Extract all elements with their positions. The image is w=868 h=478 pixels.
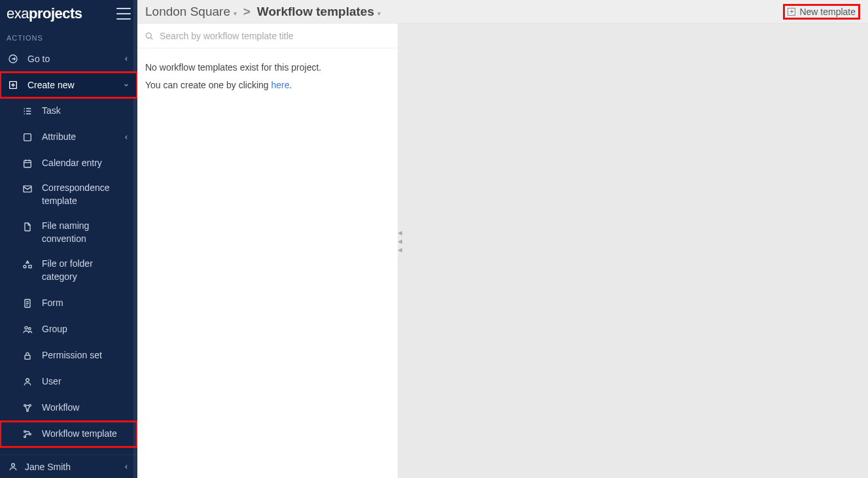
person-icon [8,462,18,472]
workflow-template-icon [22,429,33,439]
subnav-group[interactable]: Group [0,316,137,343]
breadcrumb-page[interactable]: Workflow templates ▾ [257,5,381,19]
caret-down-icon: ▾ [375,10,381,17]
form-icon [22,298,33,309]
mail-icon [22,184,33,194]
subnav-label: Calendar entry [42,157,102,170]
file-icon [22,222,33,232]
chevron-left-icon [123,56,130,62]
svg-rect-2 [24,134,31,141]
subnav-attribute[interactable]: Attribute [0,124,137,150]
svg-point-7 [29,328,31,330]
caret-down-icon: ▾ [232,10,237,17]
subnav-label: Form [42,297,63,310]
empty-state: No workflow templates exist for this pro… [137,48,398,104]
svg-point-11 [29,405,31,407]
svg-point-15 [24,436,26,438]
subnav-form[interactable]: Form [0,290,137,316]
svg-point-16 [12,464,15,467]
svg-point-9 [26,379,29,382]
chevron-left-icon [123,462,130,472]
svg-point-12 [27,410,29,412]
subnav-task[interactable]: Task [0,98,137,124]
detail-panel: ◀ ◀ ◀ [398,24,868,478]
breadcrumb: London Square ▾ > Workflow templates ▾ [145,5,381,19]
breadcrumb-separator: > [243,5,251,19]
sidebar-section-label: ACTIONS [0,29,137,46]
svg-rect-8 [25,355,30,359]
sidebar-goto[interactable]: Go to [0,46,137,72]
task-icon [22,106,33,116]
subnav-label: File or folder category [42,258,127,283]
sidebar-create-new[interactable]: Create new [0,72,137,98]
sidebar-goto-label: Go to [27,54,50,64]
subnav-file-naming[interactable]: File naming convention [0,214,137,252]
subnav-calendar-entry[interactable]: Calendar entry [0,150,137,177]
sidebar-user-name: Jane Smith [25,462,71,472]
subnav-file-category[interactable]: File or folder category [0,252,137,290]
lock-icon [22,350,33,361]
subnav-permission-set[interactable]: Permission set [0,343,137,369]
svg-point-6 [25,326,27,329]
workflow-icon [22,403,33,413]
subnav-label: Group [42,323,67,336]
svg-point-14 [29,434,31,435]
svg-point-17 [146,33,151,38]
goto-icon [8,54,18,64]
empty-line2: You can create one by clicking here. [145,77,390,94]
breadcrumb-project[interactable]: London Square ▾ [145,5,237,19]
svg-point-10 [24,405,26,407]
subnav-workflow-template[interactable]: Workflow template [0,421,137,447]
new-template-label: New template [799,7,856,17]
subnav-label: Task [42,105,61,118]
subnav-workflow[interactable]: Workflow [0,395,137,421]
group-icon [22,324,33,335]
subnav-label: Correspondence template [42,182,127,207]
main-area: London Square ▾ > Workflow templates ▾ +… [137,0,868,478]
search-input[interactable] [160,31,391,41]
subnav-label: Workflow [42,401,79,415]
plus-icon: + [788,8,795,16]
svg-point-13 [24,431,26,433]
new-template-button[interactable]: + New template [783,4,860,20]
category-icon [22,260,33,270]
chevron-left-icon [123,134,130,141]
template-list-panel: No workflow templates exist for this pro… [137,24,398,478]
calendar-icon [22,158,33,169]
sidebar-user-menu[interactable]: Jane Smith [0,454,137,478]
subnav-label: User [42,375,61,388]
subnav-label: Permission set [42,349,102,362]
empty-line1: No workflow templates exist for this pro… [145,59,390,77]
collapse-handle-icon[interactable]: ◀ [398,239,402,244]
topbar: London Square ▾ > Workflow templates ▾ +… [137,0,868,24]
subnav-user[interactable]: User [0,369,137,395]
subnav-label: Attribute [42,131,76,144]
plus-square-icon [8,80,18,90]
collapse-handle-icon[interactable]: ◀ [398,248,402,252]
panel-collapse-handles[interactable]: ◀ ◀ ◀ [398,231,402,253]
menu-toggle-icon[interactable] [116,8,131,20]
sidebar: exaprojects ACTIONS Go to Create new Tas… [0,0,137,478]
search-row [137,24,398,48]
attribute-icon [22,132,33,143]
create-here-link[interactable]: here [271,80,290,90]
search-icon [144,31,154,41]
user-icon [22,377,33,387]
svg-rect-3 [24,160,31,167]
app-logo[interactable]: exaprojects [7,5,82,22]
subnav-label: Workflow template [42,428,117,441]
subnav-label: File naming convention [42,220,127,245]
chevron-down-icon [123,82,130,88]
collapse-handle-icon[interactable]: ◀ [398,231,402,235]
subnav-correspondence-template[interactable]: Correspondence template [0,177,137,214]
sidebar-create-label: Create new [27,80,75,90]
